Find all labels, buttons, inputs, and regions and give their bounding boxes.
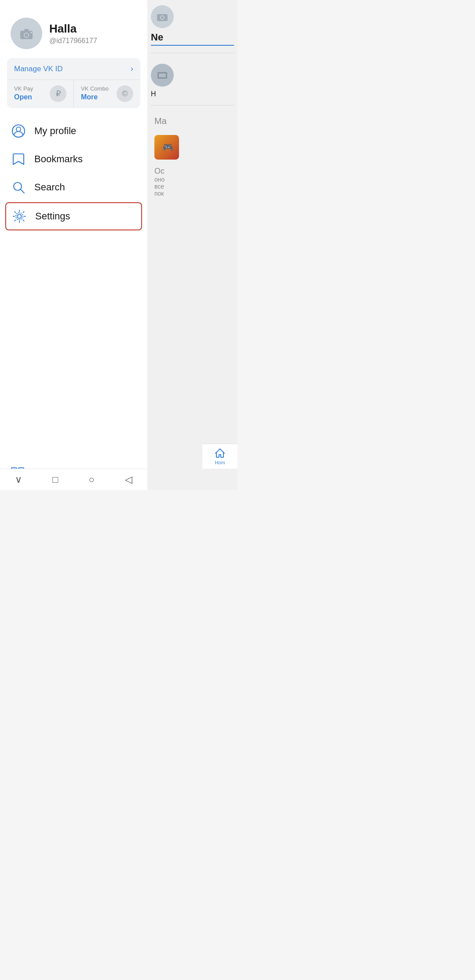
chevron-right-icon: › <box>131 64 133 73</box>
right-text-block: Ос оно все пок <box>151 165 234 199</box>
menu-item-my-profile[interactable]: My profile <box>0 117 147 145</box>
home-icon[interactable] <box>214 448 226 459</box>
vk-combo-icon: © <box>117 85 133 102</box>
right-camera-icon <box>156 11 168 22</box>
android-nav-bar: ∨ □ ○ ◁ <box>0 469 147 490</box>
svg-line-8 <box>21 189 24 193</box>
right-icon-2 <box>157 71 168 80</box>
settings-label: Settings <box>35 211 70 222</box>
profile-info: Halla @id717966177 <box>49 22 97 44</box>
svg-point-10 <box>16 213 23 220</box>
my-profile-label: My profile <box>34 125 76 137</box>
search-label: Search <box>34 182 65 193</box>
gear-icon <box>11 208 27 224</box>
right-divider-1 <box>151 53 234 53</box>
right-divider-2 <box>151 105 234 106</box>
drawer-panel: Halla @id717966177 Manage VK ID › VK Pay… <box>0 0 147 490</box>
menu-item-bookmarks[interactable]: Bookmarks <box>0 145 147 173</box>
person-icon <box>11 123 26 139</box>
app-bottom-nav: Hom <box>202 444 238 469</box>
right-panel-top: Ne H Ma 🎮 Ос оно все пок <box>147 0 238 211</box>
right-avatar-circle <box>151 5 174 28</box>
right-thumbnail: 🎮 <box>154 135 179 160</box>
vk-pay-service[interactable]: VK Pay Open ₽ <box>7 80 74 108</box>
manage-vkid-button[interactable]: Manage VK ID › <box>7 58 140 80</box>
vk-pay-action: Open <box>14 93 33 101</box>
right-circle-2 <box>151 64 174 87</box>
vkid-services-row: VK Pay Open ₽ VK Combo More © <box>7 80 140 108</box>
right-h-text: H <box>151 90 234 98</box>
menu-section: My profile Bookmarks <box>0 110 147 460</box>
svg-rect-3 <box>24 29 29 31</box>
vk-pay-title: VK Pay <box>14 85 33 92</box>
vk-combo-service[interactable]: VK Combo More © <box>74 80 140 108</box>
right-panel: Ne H Ma 🎮 Ос оно все пок <box>147 0 238 490</box>
menu-item-search[interactable]: Search <box>0 173 147 201</box>
vk-combo-action: More <box>81 93 109 101</box>
profile-section: Halla @id717966177 <box>0 0 147 58</box>
right-ne-text: Ne <box>151 32 234 46</box>
bookmark-icon <box>11 151 26 167</box>
vkid-card: Manage VK ID › VK Pay Open ₽ V <box>7 58 140 108</box>
right-ma-text: Ma <box>151 113 234 130</box>
svg-point-23 <box>161 16 164 19</box>
svg-point-2 <box>25 33 28 37</box>
search-icon <box>11 179 26 195</box>
vk-pay-icon: ₽ <box>50 85 66 102</box>
nav-circle-button[interactable]: ○ <box>88 474 94 485</box>
svg-point-6 <box>16 127 21 131</box>
profile-id: @id717966177 <box>49 37 97 45</box>
nav-square-button[interactable]: □ <box>52 474 58 485</box>
nav-down-button[interactable]: ∨ <box>15 474 22 485</box>
camera-icon <box>18 27 34 40</box>
bookmarks-label: Bookmarks <box>34 153 83 165</box>
svg-rect-25 <box>159 73 166 77</box>
profile-name: Halla <box>49 22 97 36</box>
right-os-text: Ос <box>154 167 230 176</box>
avatar[interactable] <box>11 18 42 49</box>
vk-combo-title: VK Combo <box>81 85 109 92</box>
thumbnail-icon: 🎮 <box>160 141 173 154</box>
right-vse-text: все <box>154 183 230 190</box>
svg-text:🎮: 🎮 <box>162 142 173 153</box>
svg-point-9 <box>18 215 22 219</box>
home-label: Hom <box>215 460 225 465</box>
home-icon-svg <box>214 448 226 459</box>
menu-item-settings[interactable]: Settings <box>5 202 142 230</box>
nav-back-button[interactable]: ◁ <box>125 474 132 485</box>
right-ono-text: оно <box>154 176 230 183</box>
manage-vkid-label: Manage VK ID <box>14 65 63 73</box>
right-pok-text: пок <box>154 190 230 197</box>
svg-point-4 <box>30 32 32 33</box>
